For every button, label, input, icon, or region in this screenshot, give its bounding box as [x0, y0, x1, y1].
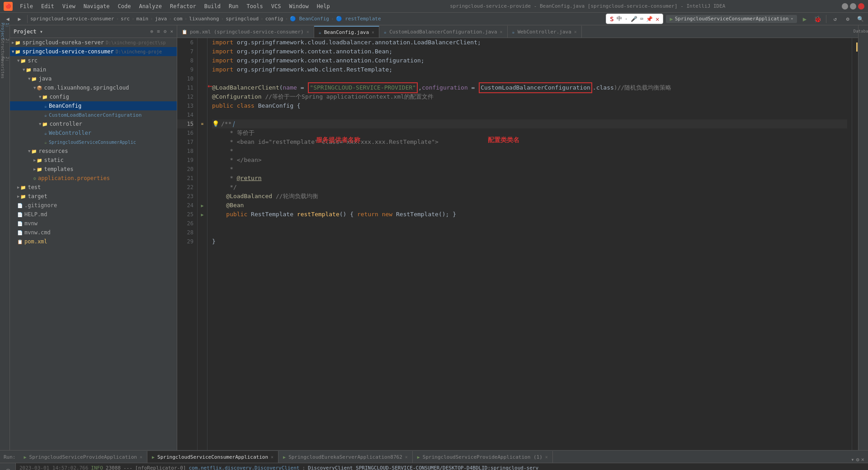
- breadcrumb-com[interactable]: com: [174, 16, 183, 22]
- tree-item-mvnw[interactable]: 📄 mvnw: [10, 219, 177, 228]
- tree-item-consumer[interactable]: ▼ 📁 springcloud-service-consumer D:\xinc…: [10, 47, 177, 56]
- tab-customlb[interactable]: ☕ CustomLoadBalancerConfiguration.java ×: [379, 26, 507, 38]
- run-tab-provide-close[interactable]: ×: [140, 455, 142, 460]
- database-icon[interactable]: Database: [859, 27, 868, 35]
- run-dropdown-icon[interactable]: ▾: [851, 456, 854, 463]
- tab-close-customlb[interactable]: ×: [500, 29, 503, 34]
- menu-view[interactable]: View: [59, 2, 79, 10]
- ime-icon: S: [610, 15, 613, 23]
- code-line-19: * </bean>: [212, 156, 847, 165]
- tab-pom[interactable]: 📋 pom.xml (springcloud-service-consumer)…: [177, 26, 314, 38]
- tree-item-package[interactable]: ▼ 📦 com.lixuanhong.springcloud: [10, 83, 177, 92]
- menu-file[interactable]: File: [16, 2, 37, 10]
- menu-build[interactable]: Build: [201, 2, 224, 10]
- tree-item-gitignore[interactable]: 📄 .gitignore: [10, 201, 177, 210]
- breadcrumb-project[interactable]: springcloud-service-consumer: [30, 16, 114, 22]
- update-button[interactable]: ↺: [830, 14, 840, 24]
- tree-item-templates[interactable]: ▶ 📁 templates: [10, 165, 177, 174]
- menu-edit[interactable]: Edit: [38, 2, 58, 10]
- menu-window[interactable]: Window: [285, 2, 312, 10]
- run-tab-provide2-close[interactable]: ×: [545, 455, 548, 460]
- panel-filter-icon[interactable]: ≡: [157, 28, 160, 34]
- debug-button[interactable]: 🐞: [812, 14, 822, 24]
- run-config[interactable]: ▶ SpringcloudServiceConsummerApplication…: [666, 15, 797, 23]
- tree-item-java[interactable]: ▼ 📁 java: [10, 74, 177, 83]
- run-tab-provide2[interactable]: ▶ SpringcloudServiceProvideApplication (…: [413, 451, 553, 463]
- tree-item-help[interactable]: 📄 HELP.md: [10, 210, 177, 219]
- close-button[interactable]: [858, 3, 864, 9]
- tree-item-pom[interactable]: 📋 pom.xml: [10, 237, 177, 246]
- run-tab-consumer[interactable]: ▶ SpringcloudServiceConsumerApplication …: [147, 451, 278, 463]
- ime-close[interactable]: ✕: [656, 15, 659, 23]
- breadcrumb-springcloud[interactable]: springcloud: [226, 16, 259, 22]
- code-line-23: @LoadBalanced //轮询负载均衡: [212, 192, 847, 201]
- code-line-20: *: [212, 165, 847, 174]
- tree-item-target[interactable]: ▶ 📁 target: [10, 192, 177, 201]
- tree-item-eureka[interactable]: ▶ 📁 springcloud-eureka-server D:\xinchen…: [10, 38, 177, 47]
- app-icon: 🔴: [4, 2, 13, 11]
- tab-webcontroller[interactable]: ☕ WebController.java ×: [508, 26, 582, 38]
- forward-button[interactable]: ▶: [14, 14, 24, 24]
- search-button[interactable]: 🔍: [855, 14, 865, 24]
- panel-settings-icon[interactable]: ⚙: [164, 28, 167, 34]
- run-tab-eureka[interactable]: ▶ SpringcloudEurekaServerApplication8762…: [278, 451, 413, 463]
- breadcrumb-config[interactable]: config: [265, 16, 283, 22]
- run-config-dropdown[interactable]: ▾: [790, 16, 793, 22]
- settings-button[interactable]: ⚙: [843, 14, 853, 24]
- menu-vcs[interactable]: VCS: [268, 2, 285, 10]
- tree-item-webcontroller[interactable]: ☕ WebController: [10, 128, 177, 138]
- breadcrumb-src[interactable]: src: [121, 16, 130, 22]
- tree-item-customlb[interactable]: ☕ CustomLoadBalancerConfiguration: [10, 110, 177, 119]
- run-icon: ▶: [670, 16, 673, 22]
- menu-navigate[interactable]: Navigate: [80, 2, 113, 10]
- ime-dot: ·: [625, 16, 628, 22]
- tree-item-test[interactable]: ▶ 📁 test: [10, 183, 177, 192]
- tree-item-config[interactable]: ▼ 📁 config: [10, 92, 177, 101]
- tab-close-pom[interactable]: ×: [307, 29, 309, 34]
- editor-scrollbar[interactable]: [852, 38, 858, 450]
- tree-item-resources[interactable]: ▼ 📁 resources: [10, 147, 177, 156]
- tree-item-main[interactable]: ▼ 📁 main: [10, 65, 177, 74]
- tree-item-controller[interactable]: ▼ 📁 controller: [10, 119, 177, 128]
- tab-close-webcontroller[interactable]: ×: [574, 29, 577, 34]
- window-title: springcloud-service-provide - BeanConfig…: [335, 3, 841, 9]
- breadcrumb-resttemplate[interactable]: 🔵 restTemplate: [336, 16, 381, 22]
- breadcrumb-main[interactable]: main: [137, 16, 149, 22]
- minimize-button[interactable]: [842, 3, 848, 9]
- menu-code[interactable]: Code: [114, 2, 135, 10]
- tab-beanconfig[interactable]: ☕ BeanConfig.java ×: [314, 26, 379, 38]
- menu-run[interactable]: Run: [225, 2, 242, 10]
- panel-sync-icon[interactable]: ⊕: [151, 28, 154, 34]
- menu-analyze[interactable]: Analyze: [135, 2, 165, 10]
- breadcrumb-lixuanhong[interactable]: lixuanhong: [189, 16, 219, 22]
- breadcrumb-beanconfig[interactable]: 🔵 BeanConfig: [290, 16, 329, 22]
- tree-item-src[interactable]: ▼ 📁 src: [10, 56, 177, 65]
- tree-item-static[interactable]: ▶ 📁 static: [10, 156, 177, 165]
- run-button[interactable]: ▶: [800, 14, 810, 24]
- run-tab-eureka-close[interactable]: ×: [405, 455, 408, 460]
- panel-close-icon[interactable]: ×: [170, 28, 173, 34]
- run-config-label: SpringcloudServiceConsummerApplication: [675, 16, 789, 22]
- menu-help[interactable]: Help: [313, 2, 334, 10]
- menu-tools[interactable]: Tools: [243, 2, 267, 10]
- tree-item-beanconfig[interactable]: ☕ BeanConfig: [10, 101, 177, 110]
- structure-icon[interactable]: 2: Structure: [1, 45, 9, 53]
- menu-refactor[interactable]: Refactor: [166, 2, 200, 10]
- maximize-button[interactable]: [850, 3, 856, 9]
- tab-close-beanconfig[interactable]: ×: [372, 30, 374, 35]
- run-panel-close-icon[interactable]: ×: [861, 456, 864, 463]
- code-line-25: public RestTemplate restTemplate() { ret…: [212, 210, 847, 219]
- file-tree: ▶ 📁 springcloud-eureka-server D:\xinchen…: [10, 38, 177, 450]
- code-content[interactable]: import org.springframework.cloud.loadbal…: [208, 38, 852, 450]
- breadcrumb-java[interactable]: java: [155, 16, 167, 22]
- favorites-icon[interactable]: 2: Favorites: [1, 63, 9, 71]
- run-settings-icon[interactable]: ⚙: [856, 456, 859, 463]
- tree-item-main-class[interactable]: ☕ SpringcloudServiceConsumerApplic: [10, 138, 177, 147]
- run-tab-provide[interactable]: ▶ SpringcloudServiceProvideApplication ×: [19, 451, 147, 463]
- tree-item-mvnwcmd[interactable]: 📄 mvnw.cmd: [10, 228, 177, 237]
- project-icon[interactable]: 1: Project: [1, 27, 9, 35]
- code-line-9: import org.springframework.web.client.Re…: [212, 65, 847, 74]
- run-tab-consumer-icon: ▶: [152, 455, 155, 460]
- tree-item-appprops[interactable]: ⚙ application.properties: [10, 174, 177, 183]
- run-tab-consumer-close[interactable]: ×: [271, 455, 274, 460]
